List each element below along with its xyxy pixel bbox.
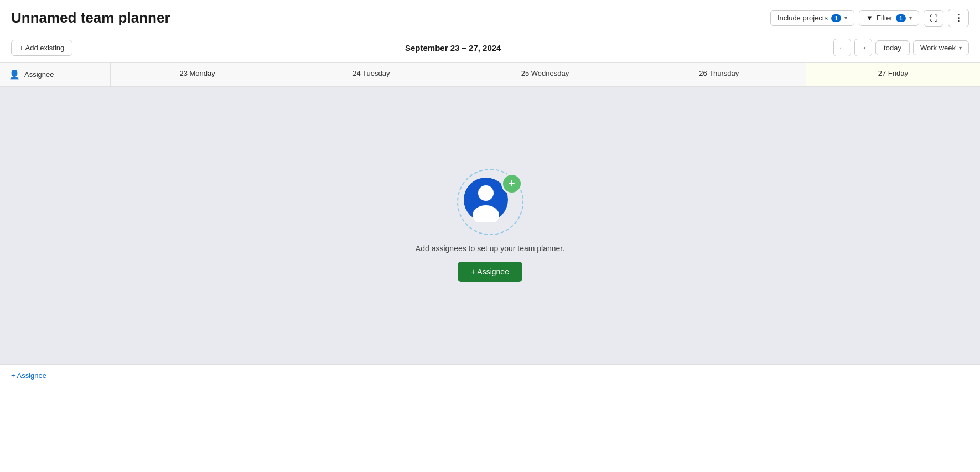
today-button[interactable]: today [875, 40, 910, 55]
empty-state: + Add assignees to set up your team plan… [416, 136, 564, 315]
workweek-button[interactable]: Work week ▾ [913, 40, 969, 55]
filter-badge: 1 [896, 14, 906, 22]
filter-chevron-icon: ▾ [909, 15, 912, 21]
date-range: September 23 – 27, 2024 [405, 43, 501, 53]
empty-state-message: Add assignees to set up your team planne… [416, 244, 564, 253]
page-title: Unnamed team planner [11, 9, 170, 27]
wednesday-column-header: 25 Wednesday [458, 63, 632, 86]
thursday-column-header: 26 Thursday [632, 63, 806, 86]
include-projects-label: Include projects [777, 14, 828, 22]
filter-button[interactable]: ▼ Filter 1 ▾ [859, 10, 919, 26]
fullscreen-icon: ⛶ [930, 14, 937, 23]
tuesday-column-header: 24 Tuesday [284, 63, 458, 86]
header-controls: Include projects 1 ▾ ▼ Filter 1 ▾ ⛶ ⋮ [770, 9, 969, 27]
footer-bar: + Assignee [0, 364, 980, 386]
fullscreen-button[interactable]: ⛶ [924, 10, 943, 27]
nav-controls: ← → today Work week ▾ [833, 39, 969, 56]
monday-column-header: 23 Monday [111, 63, 284, 86]
chevron-down-icon: ▾ [844, 15, 847, 21]
assignee-column-header: 👤 Assignee [0, 63, 111, 86]
friday-column-header: 27 Friday [806, 63, 980, 86]
prev-icon: ← [838, 43, 846, 52]
filter-icon: ▼ [866, 14, 873, 22]
include-projects-badge: 1 [831, 14, 841, 22]
more-options-button[interactable]: ⋮ [948, 9, 969, 27]
more-icon: ⋮ [954, 13, 963, 23]
assignee-label: Assignee [24, 70, 54, 79]
footer-add-assignee-button[interactable]: + Assignee [11, 371, 46, 380]
avatar-illustration: + [457, 169, 523, 235]
include-projects-button[interactable]: Include projects 1 ▾ [770, 10, 854, 26]
add-assignee-badge: + [501, 173, 522, 194]
calendar-header-row: 👤 Assignee 23 Monday 24 Tuesday 25 Wedne… [0, 63, 980, 87]
calendar-grid: 👤 Assignee 23 Monday 24 Tuesday 25 Wedne… [0, 63, 980, 364]
prev-button[interactable]: ← [833, 39, 851, 56]
add-assignee-button[interactable]: + Assignee [458, 262, 522, 282]
person-icon: 👤 [9, 69, 20, 80]
app-header: Unnamed team planner Include projects 1 … [0, 0, 980, 33]
next-icon: → [859, 43, 867, 52]
toolbar: + Add existing September 23 – 27, 2024 ←… [0, 33, 980, 63]
add-existing-label: + Add existing [19, 44, 64, 52]
calendar-body: + Add assignees to set up your team plan… [0, 87, 980, 364]
add-assignee-label: + Assignee [471, 267, 509, 276]
workweek-label: Work week [920, 44, 956, 52]
next-button[interactable]: → [854, 39, 872, 56]
add-existing-button[interactable]: + Add existing [11, 40, 72, 56]
svg-point-1 [478, 185, 494, 201]
workweek-chevron-icon: ▾ [959, 45, 962, 51]
footer-add-assignee-label: + Assignee [11, 371, 46, 380]
filter-label: Filter [877, 14, 893, 22]
today-label: today [884, 44, 901, 52]
